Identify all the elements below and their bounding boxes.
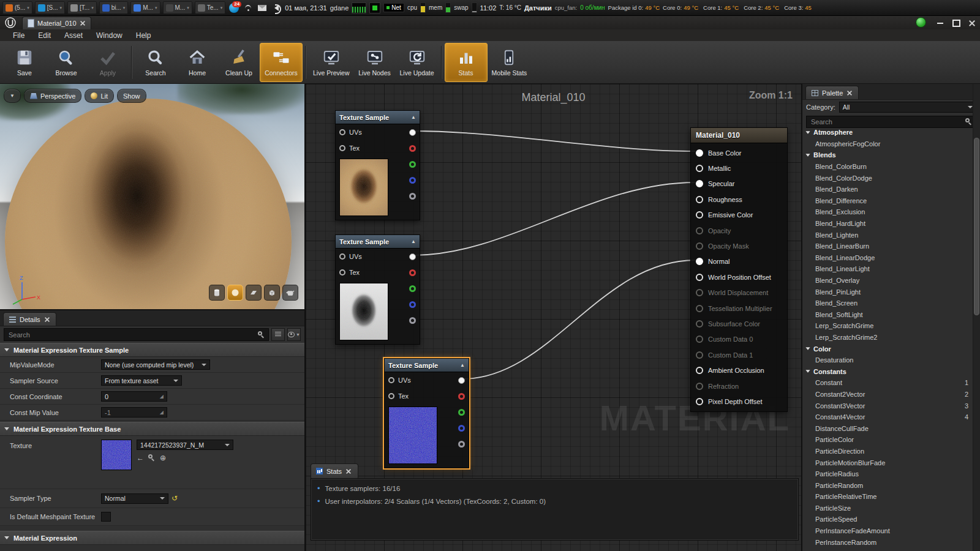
palette-item[interactable]: ParticleRandom	[802, 479, 973, 491]
pin-icon[interactable]	[696, 305, 703, 312]
texture-sample-node-1[interactable]: Texture Sample ▲ UVs Tex	[335, 110, 420, 220]
pin-icon[interactable]	[696, 165, 703, 172]
palette-item[interactable]: Blend_Exclusion	[802, 206, 973, 218]
cpu-graph-icon[interactable]	[352, 2, 366, 13]
browse-asset-icon[interactable]	[148, 454, 156, 462]
live-update-button[interactable]: Live Update	[396, 43, 439, 81]
save-button[interactable]: Save	[4, 43, 45, 81]
palette-item[interactable]: Desaturation	[802, 354, 973, 366]
palette-item[interactable]: Constant4Vector4	[802, 411, 973, 423]
live-preview-button[interactable]: Live Preview	[309, 43, 354, 81]
texture-sample-node-2[interactable]: Texture Sample ▲ UVs Tex	[335, 234, 420, 345]
menu-window[interactable]: Window	[89, 31, 129, 40]
palette-item[interactable]: Blend_LinearLight	[802, 263, 973, 275]
input-pin-uvs[interactable]	[339, 129, 345, 135]
palette-item[interactable]: ParticleSpeed	[802, 514, 973, 525]
cleanup-button[interactable]: Clean Up	[218, 43, 260, 81]
node-header[interactable]: Material_010	[691, 128, 787, 143]
node-header[interactable]: Texture Sample ▲	[385, 359, 469, 372]
apply-button[interactable]: Apply	[87, 43, 129, 81]
palette-item[interactable]: Blend_Darken	[802, 184, 973, 195]
menu-edit[interactable]: Edit	[31, 31, 58, 40]
show-button[interactable]: Show	[117, 89, 146, 103]
input-pin-uvs[interactable]	[339, 253, 345, 260]
property-matrix-button[interactable]	[271, 328, 285, 341]
pin-icon[interactable]	[696, 289, 703, 296]
palette-item[interactable]: Blend_LinearBurn	[802, 241, 973, 252]
palette-item[interactable]: ParticleRelativeTime	[802, 491, 973, 503]
material-pin-base-color[interactable]: Base Color	[691, 145, 787, 160]
close-tab-icon[interactable]	[80, 21, 85, 26]
const-coordinate-input[interactable]: 0◢	[101, 391, 167, 402]
details-search[interactable]	[4, 328, 269, 341]
output-pin-rgb[interactable]	[458, 377, 465, 384]
palette-search[interactable]	[806, 116, 976, 128]
pin-icon[interactable]	[696, 242, 703, 250]
palette-group-atmosphere[interactable]: Atmosphere	[802, 127, 973, 138]
skype-icon[interactable]: 24	[228, 2, 239, 13]
pin-icon[interactable]	[696, 367, 703, 374]
collapse-arrow-icon[interactable]: ▲	[411, 239, 416, 244]
palette-tab[interactable]: Palette	[805, 86, 859, 99]
mail-icon[interactable]	[257, 2, 268, 13]
palette-item[interactable]: PerInstanceFadeAmount	[802, 525, 973, 537]
output-pin-b[interactable]	[458, 425, 465, 432]
input-pin-uvs[interactable]	[388, 377, 394, 383]
sphere-shape-button[interactable]	[227, 285, 243, 301]
palette-item[interactable]: Blend_LinearDodge	[802, 252, 973, 264]
output-pin-a[interactable]	[409, 193, 416, 200]
pin-icon[interactable]	[696, 227, 703, 234]
scrollbar-thumb[interactable]	[974, 138, 979, 315]
cube-shape-button[interactable]	[264, 285, 280, 301]
use-selected-asset-button[interactable]: ←	[137, 454, 144, 462]
pin-icon[interactable]	[696, 258, 703, 265]
home-button[interactable]: Home	[176, 43, 218, 81]
pin-icon[interactable]	[696, 383, 703, 390]
section-texture-sample[interactable]: Material Expression Texture Sample	[0, 343, 304, 357]
output-pin-r[interactable]	[458, 393, 465, 400]
palette-item[interactable]: ParticleSize	[802, 503, 973, 514]
minimize-button[interactable]	[932, 18, 948, 28]
close-icon[interactable]	[847, 91, 852, 96]
close-window-button[interactable]	[964, 18, 980, 28]
palette-item[interactable]: Blend_ColorDodge	[802, 172, 973, 184]
output-pin-b[interactable]	[409, 301, 416, 308]
material-pin-world-position-offset[interactable]: World Position Offset	[691, 269, 787, 285]
pin-icon[interactable]	[696, 196, 703, 203]
palette-item[interactable]: ParticleDirection	[802, 446, 973, 457]
output-pin-r[interactable]	[409, 269, 416, 276]
collapse-arrow-icon[interactable]: ▲	[460, 362, 465, 368]
section-material-expression[interactable]: Material Expression	[0, 531, 304, 545]
taskbar-app-button[interactable]: M...▾	[130, 1, 160, 14]
material-pin-refraction[interactable]: Refraction	[691, 378, 787, 394]
node-header[interactable]: Texture Sample ▲	[336, 111, 420, 124]
net-monitor[interactable]: Net	[383, 3, 404, 12]
material-pin-metallic[interactable]: Metallic	[691, 160, 787, 176]
input-pin-tex[interactable]	[339, 269, 345, 276]
material-pin-subsurface-color[interactable]: Subsurface Color	[691, 316, 787, 331]
pin-icon[interactable]	[696, 180, 703, 187]
category-dropdown[interactable]: All	[839, 102, 976, 113]
taskbar-app-button[interactable]: bi...▾	[99, 1, 129, 14]
palette-item[interactable]: Blend_PinLight	[802, 286, 973, 298]
palette-item[interactable]: Constant3Vector3	[802, 400, 973, 411]
menu-file[interactable]: File	[6, 31, 31, 40]
pin-icon[interactable]	[696, 274, 703, 281]
palette-group-blends[interactable]: Blends	[802, 149, 973, 161]
taskbar-app-button[interactable]: Te...▾	[195, 1, 225, 14]
palette-group-constants[interactable]: Constants	[802, 365, 973, 377]
preview-viewport[interactable]: ▼ Perspective Lit Show	[0, 84, 304, 309]
pin-icon[interactable]	[696, 149, 703, 157]
stats-button[interactable]: Stats	[445, 43, 488, 82]
const-mip-value-input[interactable]: -1◢	[101, 407, 167, 418]
taskbar-app-button[interactable]: [S...▾	[35, 1, 65, 14]
reset-to-default-icon[interactable]: ↺	[172, 495, 178, 502]
close-icon[interactable]	[346, 469, 351, 474]
pin-icon[interactable]	[696, 398, 703, 405]
material-pin-ambient-occlusion[interactable]: Ambient Occlusion	[691, 362, 787, 378]
output-pin-a[interactable]	[458, 441, 465, 448]
output-pin-a[interactable]	[409, 317, 416, 324]
taskbar-app-button[interactable]: M...▾	[163, 1, 192, 14]
view-options-button[interactable]: ▼	[287, 328, 301, 341]
browse-button[interactable]: Browse	[45, 43, 87, 81]
